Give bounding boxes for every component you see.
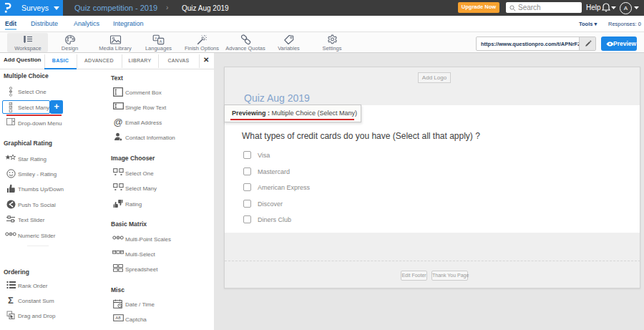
svg-text:A: A <box>160 39 162 44</box>
svg-text:x: x <box>155 36 157 40</box>
svg-text:A8: A8 <box>115 316 121 320</box>
